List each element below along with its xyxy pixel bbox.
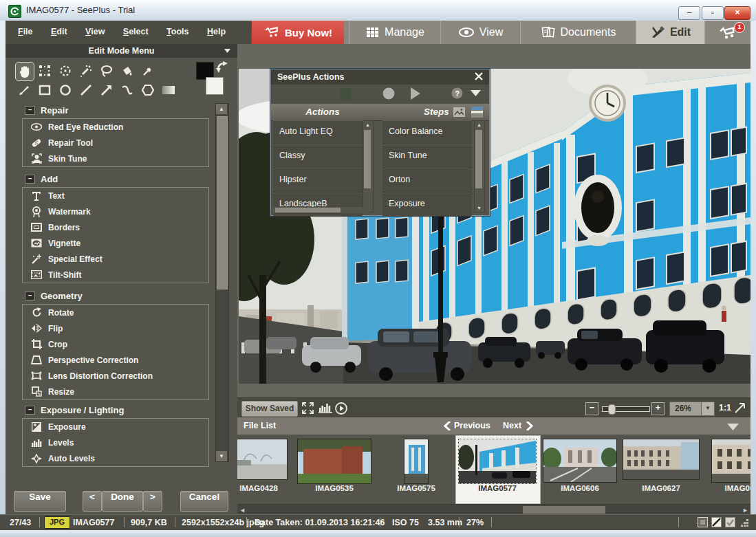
play-icon[interactable] [410, 87, 421, 100]
scroll-down-button[interactable]: ▼ [477, 206, 482, 210]
menu-file[interactable]: File [15, 27, 36, 36]
scroll-up-button[interactable]: ▲ [477, 122, 482, 127]
chevron-left-icon[interactable] [444, 421, 451, 430]
polygon-tool[interactable] [139, 81, 157, 99]
lasso-tool[interactable] [98, 62, 116, 80]
previous-image-button[interactable]: < [83, 491, 102, 512]
arrow-tool[interactable] [98, 81, 116, 99]
zoom-slider-thumb[interactable] [608, 404, 616, 415]
background-color-swatch[interactable] [206, 77, 224, 95]
checkmark-icon[interactable] [725, 517, 735, 527]
pan-hand-tool[interactable] [15, 62, 34, 81]
help-icon[interactable]: ? [451, 87, 463, 99]
transform-tool[interactable] [56, 62, 74, 80]
done-button[interactable]: Done [102, 491, 143, 512]
save-button[interactable]: Save [14, 491, 66, 512]
line-tool[interactable] [77, 81, 95, 99]
thumbnail-tile[interactable]: IMAG0535 [294, 435, 375, 503]
collapse-icon[interactable]: – [25, 292, 35, 300]
thumbnail-tile[interactable]: IMAG06 [699, 435, 750, 503]
record-icon[interactable] [382, 87, 395, 100]
scroll-left-button[interactable]: ◄ [239, 507, 246, 514]
scrollbar-thumb[interactable] [275, 208, 341, 212]
selection-tool[interactable] [36, 62, 54, 80]
sidebar-scrollbar[interactable]: ▲ ▼ [215, 103, 229, 462]
dialog-title-bar[interactable]: SeePlus Actions [271, 69, 489, 85]
swap-colors-icon[interactable] [215, 61, 229, 74]
collapse-filmstrip-icon[interactable] [727, 424, 739, 430]
thumbnail-tile[interactable]: IMAG0575 [376, 435, 457, 503]
show-saved-button[interactable]: Show Saved [241, 401, 298, 417]
edit-mode-menu-header[interactable]: Edit Mode Menu [6, 44, 237, 58]
actions-column-header[interactable]: Actions [271, 104, 374, 120]
sidebar-item-flip[interactable]: Flip [23, 320, 208, 336]
dialog-close-icon[interactable] [475, 72, 484, 82]
curve-tool[interactable] [118, 81, 136, 99]
layers-icon[interactable] [471, 107, 483, 118]
scrollbar-thumb[interactable] [475, 130, 482, 188]
sidebar-item-levels[interactable]: Levels [23, 435, 208, 450]
zoom-in-button[interactable]: + [651, 402, 665, 415]
action-item[interactable]: Hipster [273, 168, 363, 193]
next-link[interactable]: Next [503, 421, 521, 430]
scroll-right-button[interactable]: ► [742, 507, 748, 514]
menu-tools[interactable]: Tools [164, 27, 191, 36]
steps-scrollbar[interactable]: ▲ ▼ [474, 120, 485, 212]
sidebar-item-watermark[interactable]: Watermark [23, 204, 208, 219]
cart-notification-button[interactable]: 1 [704, 21, 750, 44]
scroll-down-button[interactable]: ▼ [216, 451, 227, 461]
sidebar-item-vignette[interactable]: Vignette [23, 235, 208, 251]
thumbnail-tile-selected[interactable]: IMAG0577 [457, 435, 538, 503]
sidebar-item-tilt-shift[interactable]: Tilt-Shift [23, 267, 208, 283]
scrollbar-thumb[interactable] [364, 130, 371, 188]
zoom-dropdown-button[interactable]: ▼ [701, 402, 715, 416]
collapse-icon[interactable]: – [25, 406, 35, 415]
step-item[interactable]: Skin Tune [382, 144, 472, 168]
eyedropper-tool[interactable] [139, 62, 157, 80]
minimize-button[interactable]: – [678, 6, 700, 20]
brush-tool[interactable] [15, 81, 33, 99]
actual-size-label[interactable]: 1:1 [719, 403, 731, 413]
filmstrip-scrollbar[interactable]: ◄ ► [237, 504, 750, 515]
thumbnail-tile[interactable]: IMAG0606 [539, 435, 620, 503]
next-image-button[interactable]: > [143, 491, 162, 512]
scrollbar-thumb[interactable] [523, 506, 605, 514]
magic-wand-tool[interactable] [77, 62, 95, 80]
tab-documents[interactable]: Documents [520, 21, 636, 44]
menu-help[interactable]: Help [204, 27, 228, 36]
menu-edit[interactable]: Edit [48, 27, 70, 36]
sidebar-item-special-effect[interactable]: Special Effect [23, 251, 208, 267]
tab-edit-active[interactable]: Edit [636, 21, 705, 44]
step-item[interactable]: Color Balance [382, 120, 472, 144]
color-fill-tool[interactable] [118, 62, 136, 80]
scrollbar-thumb[interactable] [217, 116, 228, 289]
thumbnail-tile[interactable]: IMAG0428 [237, 435, 299, 503]
scroll-up-button[interactable]: ▲ [365, 122, 370, 127]
sidebar-item-rotate[interactable]: Rotate [23, 305, 208, 320]
fit-image-icon[interactable] [734, 402, 746, 414]
close-button[interactable]: × [724, 6, 750, 20]
step-item[interactable]: Orton [382, 168, 472, 193]
ellipse-tool[interactable] [56, 81, 74, 99]
stop-icon[interactable] [340, 88, 352, 100]
image-preview-icon[interactable] [453, 107, 465, 117]
sidebar-item-auto-levels[interactable]: Auto Levels [23, 450, 208, 466]
menu-view[interactable]: View [83, 27, 107, 36]
thumbnail-tile[interactable]: IMAG0627 [620, 435, 702, 503]
menu-select[interactable]: Select [120, 27, 151, 36]
action-item[interactable]: Auto Light EQ [273, 120, 363, 144]
cancel-button[interactable]: Cancel [180, 491, 228, 512]
diagonal-line-icon[interactable] [711, 517, 722, 527]
sidebar-item-crop[interactable]: Crop [23, 336, 208, 352]
sidebar-item-skin-tune[interactable]: Skin Tune [23, 151, 208, 166]
zoom-slider[interactable] [602, 406, 650, 412]
actions-hscrollbar[interactable] [273, 207, 369, 213]
steps-column-header[interactable]: Steps [424, 104, 449, 120]
maximize-button[interactable]: ▫ [702, 6, 724, 20]
zoom-out-button[interactable]: − [585, 402, 598, 415]
rectangle-tool[interactable] [36, 81, 54, 99]
collapse-icon[interactable]: – [25, 175, 35, 184]
collapse-icon[interactable]: – [25, 106, 35, 115]
step-item[interactable]: Exposure [382, 193, 472, 217]
play-preview-icon[interactable] [335, 402, 347, 415]
